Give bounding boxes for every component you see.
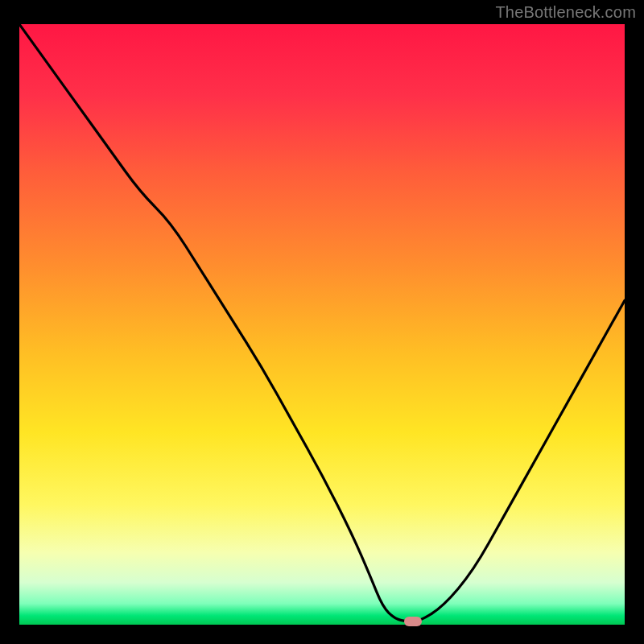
curve-layer <box>19 24 625 625</box>
plot-area <box>19 24 625 625</box>
bottleneck-curve <box>19 24 625 621</box>
watermark-text: TheBottleneck.com <box>495 3 636 22</box>
marker-dot <box>404 617 422 626</box>
chart-root: TheBottleneck.com <box>0 0 644 644</box>
